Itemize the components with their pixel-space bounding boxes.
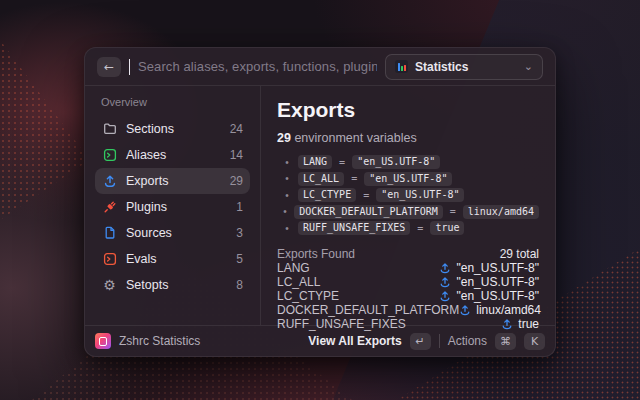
env-name-chip: RUFF_UNSAFE_FIXES bbox=[298, 221, 410, 235]
sidebar-item-count: 24 bbox=[230, 122, 243, 136]
equals-sign: = bbox=[450, 206, 456, 217]
text-cursor bbox=[129, 59, 130, 75]
table-total: 29 total bbox=[500, 247, 539, 261]
table-row[interactable]: LANG "en_US.UTF-8" bbox=[277, 261, 539, 275]
upload-icon bbox=[459, 304, 471, 316]
sidebar-item-aliases[interactable]: Aliases 14 bbox=[95, 142, 250, 168]
sidebar-item-sources[interactable]: Sources 3 bbox=[95, 220, 250, 246]
env-var-row: • RUFF_UNSAFE_FIXES = true bbox=[283, 220, 539, 237]
env-value-chip: linux/amd64 bbox=[463, 205, 539, 219]
window-body: Overview Sections 24 Aliases 14 bbox=[85, 86, 555, 325]
table-row[interactable]: LC_CTYPE "en_US.UTF-8" bbox=[277, 289, 539, 303]
env-value-chip: true bbox=[430, 221, 464, 235]
app-icon bbox=[95, 333, 111, 349]
env-count: 29 bbox=[277, 131, 291, 145]
env-name-chip: LC_CTYPE bbox=[298, 188, 356, 202]
equals-sign: = bbox=[351, 173, 357, 184]
app-name: Zshrc Statistics bbox=[119, 334, 300, 348]
detail-panel: Exports 29 environment variables • LANG … bbox=[261, 86, 555, 325]
chevron-down-icon: ⌄ bbox=[524, 61, 533, 72]
export-value: linux/amd64 bbox=[459, 303, 541, 317]
back-button[interactable]: ← bbox=[97, 57, 121, 77]
bullet: • bbox=[283, 223, 291, 234]
sidebar-item-label: Sections bbox=[126, 122, 221, 136]
sidebar-item-evals[interactable]: Evals 5 bbox=[95, 246, 250, 272]
search-bar: ← Search aliases, exports, functions, pl… bbox=[85, 48, 555, 86]
action-bar: Zshrc Statistics View All Exports ↵ Acti… bbox=[85, 325, 555, 356]
env-value-chip: "en_US.UTF-8" bbox=[364, 172, 452, 186]
desktop: ← Search aliases, exports, functions, pl… bbox=[0, 0, 640, 400]
export-value: "en_US.UTF-8" bbox=[439, 275, 539, 289]
plug-icon bbox=[102, 200, 117, 215]
sidebar-item-count: 1 bbox=[236, 200, 243, 214]
sidebar-item-label: Setopts bbox=[126, 278, 227, 292]
env-var-list: • LANG = "en_US.UTF-8" • LC_ALL = "en_US… bbox=[277, 154, 539, 237]
folder-icon bbox=[102, 122, 117, 137]
search-input[interactable]: Search aliases, exports, functions, plug… bbox=[138, 59, 377, 74]
upload-icon bbox=[439, 262, 451, 274]
env-name-chip: DOCKER_DEFAULT_PLATFORM bbox=[294, 205, 442, 219]
sidebar-item-label: Evals bbox=[126, 252, 227, 266]
export-name: DOCKER_DEFAULT_PLATFORM bbox=[277, 303, 459, 317]
enter-key-badge[interactable]: ↵ bbox=[410, 333, 431, 350]
env-var-row: • LC_ALL = "en_US.UTF-8" bbox=[283, 171, 539, 188]
sidebar-item-label: Aliases bbox=[126, 148, 221, 162]
sidebar-item-count: 14 bbox=[230, 148, 243, 162]
terminal-icon bbox=[102, 252, 117, 267]
env-name-chip: LANG bbox=[298, 155, 332, 169]
launcher-window: ← Search aliases, exports, functions, pl… bbox=[84, 47, 556, 357]
table-header-label: Exports Found bbox=[277, 247, 355, 261]
export-name: LC_CTYPE bbox=[277, 289, 339, 303]
table-row[interactable]: LC_ALL "en_US.UTF-8" bbox=[277, 275, 539, 289]
sidebar-item-count: 8 bbox=[236, 278, 243, 292]
bullet: • bbox=[283, 206, 287, 217]
sidebar-item-count: 3 bbox=[236, 226, 243, 240]
sidebar-item-plugins[interactable]: Plugins 1 bbox=[95, 194, 250, 220]
export-name: LANG bbox=[277, 261, 310, 275]
env-value-chip: "en_US.UTF-8" bbox=[376, 188, 464, 202]
sidebar-item-exports[interactable]: Exports 29 bbox=[95, 168, 250, 194]
bar-chart-icon bbox=[395, 60, 408, 73]
file-icon bbox=[102, 226, 117, 241]
upload-icon bbox=[439, 276, 451, 288]
sidebar: Overview Sections 24 Aliases 14 bbox=[85, 86, 261, 325]
mode-dropdown-label: Statistics bbox=[415, 60, 517, 74]
sidebar-item-sections[interactable]: Sections 24 bbox=[95, 116, 250, 142]
k-key-badge[interactable]: K bbox=[524, 333, 545, 350]
export-value: "en_US.UTF-8" bbox=[439, 289, 539, 303]
export-name: LC_ALL bbox=[277, 275, 320, 289]
table-header: Exports Found 29 total bbox=[277, 247, 539, 261]
env-var-row: • DOCKER_DEFAULT_PLATFORM = linux/amd64 bbox=[283, 204, 539, 221]
subtitle: 29 environment variables bbox=[277, 131, 539, 145]
env-var-row: • LANG = "en_US.UTF-8" bbox=[283, 154, 539, 171]
subtitle-text: environment variables bbox=[294, 131, 416, 145]
export-value: "en_US.UTF-8" bbox=[439, 261, 539, 275]
cmd-key-badge[interactable]: ⌘ bbox=[495, 333, 516, 350]
env-var-row: • LC_CTYPE = "en_US.UTF-8" bbox=[283, 187, 539, 204]
equals-sign: = bbox=[417, 223, 423, 234]
sidebar-section-header: Overview bbox=[101, 96, 244, 108]
view-all-exports-button[interactable]: View All Exports bbox=[308, 334, 401, 348]
actions-button[interactable]: Actions bbox=[448, 334, 487, 348]
mode-dropdown[interactable]: Statistics ⌄ bbox=[385, 54, 543, 80]
sidebar-item-label: Exports bbox=[126, 174, 221, 188]
table-row[interactable]: DOCKER_DEFAULT_PLATFORM linux/amd64 bbox=[277, 303, 539, 317]
bullet: • bbox=[283, 190, 291, 201]
sidebar-item-setopts[interactable]: ⚙ Setopts 8 bbox=[95, 272, 250, 298]
equals-sign: = bbox=[363, 190, 369, 201]
upload-icon bbox=[102, 174, 117, 189]
divider bbox=[439, 334, 440, 348]
page-title: Exports bbox=[277, 98, 539, 122]
sidebar-item-count: 5 bbox=[236, 252, 243, 266]
env-name-chip: LC_ALL bbox=[298, 172, 344, 186]
bullet: • bbox=[283, 173, 291, 184]
sidebar-item-count: 29 bbox=[230, 174, 243, 188]
gear-icon: ⚙ bbox=[102, 278, 117, 293]
sidebar-item-label: Sources bbox=[126, 226, 227, 240]
bullet: • bbox=[283, 157, 291, 168]
equals-sign: = bbox=[339, 157, 345, 168]
upload-icon bbox=[439, 290, 451, 302]
sidebar-item-label: Plugins bbox=[126, 200, 227, 214]
env-value-chip: "en_US.UTF-8" bbox=[352, 155, 440, 169]
terminal-icon bbox=[102, 148, 117, 163]
